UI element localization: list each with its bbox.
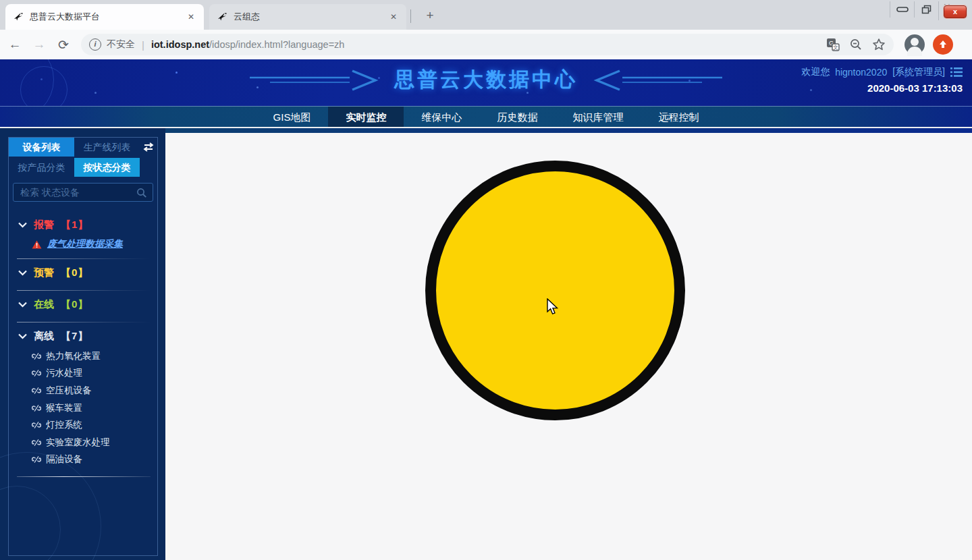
translate-icon[interactable]: G文 bbox=[826, 38, 840, 51]
header-user-block: 欢迎您 hignton2020 [系统管理员] 2020-06-03 17:13… bbox=[801, 66, 963, 94]
new-tab-button[interactable]: + bbox=[421, 7, 439, 24]
chevron-down-icon[interactable] bbox=[18, 222, 27, 228]
device-item[interactable]: 实验室废水处理 bbox=[16, 434, 152, 451]
close-button[interactable]: x bbox=[944, 5, 967, 18]
tree-section-warning[interactable]: 预警 【0】 bbox=[16, 262, 152, 283]
device-item[interactable]: 隔油设备 bbox=[16, 451, 152, 469]
device-search-box bbox=[13, 183, 153, 202]
svg-text:文: 文 bbox=[833, 45, 838, 51]
page-info-icon[interactable]: i bbox=[89, 38, 101, 51]
refresh-button[interactable]: ⟳ bbox=[54, 35, 73, 54]
url-path: /idosp/index.html?language=zh bbox=[209, 39, 344, 50]
chevron-down-icon[interactable] bbox=[18, 333, 27, 339]
site-favicon-icon bbox=[217, 11, 228, 22]
scada-canvas[interactable] bbox=[165, 133, 972, 560]
close-button-area[interactable]: ✕ x bbox=[938, 1, 968, 20]
device-item[interactable]: 猴车装置 bbox=[16, 399, 152, 417]
nav-item-knowledge[interactable]: 知识库管理 bbox=[555, 107, 641, 127]
browser-toolbar: ← → ⟳ i 不安全 | iot.idosp.net/idosp/index.… bbox=[0, 30, 972, 59]
section-count: 【1】 bbox=[61, 219, 88, 231]
sidebar-tabs-row2: 按产品分类 按状态分类 bbox=[9, 158, 157, 177]
device-label: 空压机设备 bbox=[46, 385, 92, 397]
url-host: iot.idosp.net bbox=[151, 39, 209, 50]
forward-button[interactable]: → bbox=[30, 35, 49, 54]
unlink-icon bbox=[32, 387, 41, 395]
section-count: 【0】 bbox=[61, 267, 88, 279]
page-title: 思普云大数据中心 bbox=[394, 66, 578, 94]
bookmark-star-icon[interactable] bbox=[872, 38, 886, 51]
tab-by-status[interactable]: 按状态分类 bbox=[74, 158, 140, 177]
sidebar-tabs-row1: 设备列表 生产线列表 bbox=[9, 138, 157, 157]
restore-button[interactable] bbox=[914, 1, 938, 18]
status-tree: 报警 【1】 废气处理数据采集 预警 【0】 在线 【0】 bbox=[9, 202, 157, 477]
nav-item-maintenance[interactable]: 维保中心 bbox=[404, 107, 479, 127]
tab-production-line-list[interactable]: 生产线列表 bbox=[74, 138, 140, 157]
tree-section-online[interactable]: 在线 【0】 bbox=[16, 294, 152, 314]
yellow-status-circle[interactable] bbox=[425, 161, 685, 420]
back-button[interactable]: ← bbox=[5, 35, 24, 54]
device-label: 隔油设备 bbox=[46, 453, 82, 466]
nav-item-history[interactable]: 历史数据 bbox=[479, 107, 555, 127]
browser-tab-strip: 思普云大数据平台 ✕ 云组态 ✕ + ✕ x bbox=[0, 0, 972, 30]
device-item[interactable]: 污水处理 bbox=[16, 365, 152, 383]
chevron-down-icon[interactable] bbox=[18, 270, 27, 276]
site-favicon-icon bbox=[14, 11, 24, 22]
title-ornament-right-icon bbox=[587, 69, 722, 92]
address-bar[interactable]: i 不安全 | iot.idosp.net/idosp/index.html?l… bbox=[81, 34, 894, 55]
device-item[interactable]: 灯控系统 bbox=[16, 416, 152, 434]
search-input[interactable] bbox=[14, 184, 153, 201]
section-count: 【0】 bbox=[61, 298, 88, 311]
swap-icon[interactable] bbox=[140, 142, 157, 152]
nav-item-gis[interactable]: GIS地图 bbox=[256, 107, 329, 127]
main-content bbox=[165, 128, 972, 560]
nav-item-realtime[interactable]: 实时监控 bbox=[328, 107, 404, 127]
page-body: 设备列表 生产线列表 按产品分类 按状态分类 报警 【1】 bbox=[0, 128, 972, 560]
welcome-label: 欢迎您 bbox=[801, 66, 830, 78]
zoom-out-icon[interactable] bbox=[849, 38, 863, 51]
tree-separator bbox=[17, 290, 151, 291]
offline-device-list: 热力氧化装置 污水处理 空压机设备 猴车装置 bbox=[16, 347, 152, 468]
device-label: 废气处理数据采集 bbox=[47, 238, 123, 250]
unlink-icon bbox=[32, 404, 41, 412]
device-item[interactable]: 热力氧化装置 bbox=[16, 347, 152, 365]
tab-by-product[interactable]: 按产品分类 bbox=[9, 158, 74, 177]
tab-title: 思普云大数据平台 bbox=[30, 11, 185, 23]
device-label: 污水处理 bbox=[46, 367, 82, 379]
tab-divider bbox=[410, 9, 411, 23]
extension-icon[interactable] bbox=[933, 34, 953, 55]
tab-title: 云组态 bbox=[234, 11, 387, 23]
chevron-down-icon[interactable] bbox=[18, 302, 27, 308]
tab-close-icon[interactable]: ✕ bbox=[185, 11, 197, 23]
site-header: 思普云大数据中心 欢迎您 hignton2020 [系统管理员] 2020-06… bbox=[0, 59, 972, 106]
device-panel: 设备列表 生产线列表 按产品分类 按状态分类 报警 【1】 bbox=[8, 137, 158, 556]
window-controls: ✕ x bbox=[890, 1, 968, 20]
device-item[interactable]: 空压机设备 bbox=[16, 382, 152, 399]
tree-section-offline[interactable]: 离线 【7】 bbox=[16, 326, 152, 346]
search-icon[interactable] bbox=[136, 188, 147, 198]
tab-device-list[interactable]: 设备列表 bbox=[9, 138, 74, 157]
profile-avatar[interactable] bbox=[905, 34, 925, 55]
device-label: 实验室废水处理 bbox=[46, 437, 110, 449]
menu-list-icon[interactable] bbox=[950, 67, 963, 77]
main-navigation: GIS地图 实时监控 维保中心 历史数据 知识库管理 远程控制 bbox=[0, 106, 972, 128]
device-sidebar: 设备列表 生产线列表 按产品分类 按状态分类 报警 【1】 bbox=[0, 128, 165, 560]
minimize-button[interactable] bbox=[890, 1, 914, 18]
tab-close-icon[interactable]: ✕ bbox=[387, 11, 400, 23]
browser-tab-inactive[interactable]: 云组态 ✕ bbox=[209, 4, 406, 30]
unlink-icon bbox=[32, 352, 41, 360]
browser-tab-active[interactable]: 思普云大数据平台 ✕ bbox=[5, 4, 204, 30]
unlink-icon bbox=[32, 369, 41, 377]
tree-section-alarm[interactable]: 报警 【1】 bbox=[16, 215, 152, 235]
device-label: 灯控系统 bbox=[46, 419, 82, 431]
unlink-icon bbox=[32, 421, 41, 429]
tree-separator bbox=[17, 258, 151, 259]
url-text[interactable]: iot.idosp.net/idosp/index.html?language=… bbox=[151, 39, 826, 50]
datetime-display: 2020-06-03 17:13:03 bbox=[801, 82, 963, 94]
unlink-icon bbox=[32, 455, 41, 464]
title-ornament-left-icon bbox=[250, 69, 385, 92]
section-count: 【7】 bbox=[61, 330, 88, 343]
section-label: 预警 bbox=[34, 267, 54, 279]
nav-item-remote[interactable]: 远程控制 bbox=[641, 107, 716, 127]
alarm-device-item[interactable]: 废气处理数据采集 bbox=[16, 235, 152, 254]
device-label: 热力氧化装置 bbox=[46, 350, 101, 362]
